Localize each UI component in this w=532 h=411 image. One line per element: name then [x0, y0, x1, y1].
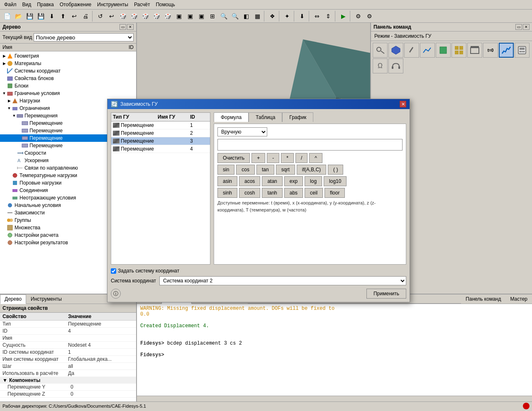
bc-row-id: 2	[190, 130, 203, 136]
btn-minus[interactable]: -	[267, 153, 279, 163]
btn-log[interactable]: log	[305, 176, 322, 186]
dialog-footer: Задать систему координат Система координ…	[111, 268, 406, 299]
btn-acos[interactable]: acos	[239, 176, 260, 186]
bc-row-icon	[113, 131, 120, 136]
btn-floor[interactable]: floor	[325, 188, 345, 198]
bc-row-type: Перемещение	[113, 122, 154, 128]
formula-btns-row3: asin acos atan exp log log10	[217, 176, 403, 186]
apply-button[interactable]: Применить	[366, 289, 406, 299]
coord-sys-row: Система координат Система координат 2	[111, 276, 406, 285]
available-vars: Доступные переменные: t (время), x (x-ко…	[217, 199, 403, 213]
btn-parens[interactable]: ( )	[328, 165, 343, 175]
info-button[interactable]: ⓘ	[111, 289, 121, 299]
bc-row-type: Перемещение	[113, 130, 154, 136]
btn-clear[interactable]: Очистить	[217, 153, 250, 163]
modal-icon: 🔄	[111, 101, 118, 107]
btn-log10[interactable]: log10	[324, 176, 347, 186]
btn-sqrt[interactable]: sqrt	[276, 165, 295, 175]
dialog-tab-graph[interactable]: График	[282, 112, 313, 122]
formula-dropdown-row: Вручную	[217, 127, 403, 136]
bc-table-header: Тип ГУ Имя ГУ ID	[111, 113, 210, 122]
bc-row-icon	[113, 123, 120, 128]
dialog-tab-table[interactable]: Таблица	[249, 112, 282, 122]
bc-row-id: 4	[190, 146, 203, 152]
btn-cosh[interactable]: cosh	[239, 188, 260, 198]
dialog-content: Вручную Очистить + - * / ^	[214, 124, 406, 265]
formula-btns-row1: Очистить + - * / ^	[217, 153, 403, 163]
bc-row-icon	[113, 146, 120, 151]
formula-btns-row2: sin cos tan sqrt if(A,B,C) ( )	[217, 165, 403, 175]
modal-dialog: 🔄 Зависимость ГУ ✕ Тип ГУ Имя ГУ ID	[107, 99, 410, 302]
bc-col-name-header: Имя ГУ	[158, 114, 187, 120]
bc-row-icon	[113, 139, 120, 143]
btn-atan[interactable]: atan	[262, 176, 282, 186]
btn-ifabc[interactable]: if(A,B,C)	[297, 165, 326, 175]
checkbox-label: Задать систему координат	[118, 268, 179, 274]
coord-sys-select[interactable]: Система координат 2	[159, 276, 406, 285]
modal-title: Зависимость ГУ	[120, 101, 158, 107]
formula-mode-select[interactable]: Вручную	[217, 127, 267, 136]
checkbox-row: Задать систему координат	[111, 268, 406, 274]
modal-overlay: 🔄 Зависимость ГУ ✕ Тип ГУ Имя ГУ ID	[0, 0, 532, 410]
formula-input[interactable]	[217, 139, 403, 151]
btn-multiply[interactable]: *	[281, 153, 294, 163]
btn-asin[interactable]: asin	[217, 176, 237, 186]
dialog-tab-formula[interactable]: Формула	[214, 112, 249, 122]
btn-sinh[interactable]: sinh	[217, 188, 237, 198]
btn-plus[interactable]: +	[251, 153, 265, 163]
dialog-tabs: Формула Таблица График	[214, 112, 406, 122]
bc-row-type: Перемещение	[113, 138, 154, 144]
bc-col-id-header: ID	[190, 114, 203, 120]
bc-col-type-header: Тип ГУ	[113, 114, 154, 120]
bc-row-3[interactable]: Перемещение 3	[111, 137, 210, 145]
modal-body: Тип ГУ Имя ГУ ID Перемещение 1	[107, 109, 410, 302]
bc-row-2[interactable]: Перемещение 2	[111, 129, 210, 137]
set-coord-sys-checkbox[interactable]	[111, 268, 116, 274]
modal-close-btn[interactable]: ✕	[400, 101, 406, 107]
btn-abs[interactable]: abs	[284, 188, 303, 198]
bc-row-1[interactable]: Перемещение 1	[111, 122, 210, 129]
btn-exp[interactable]: exp	[284, 176, 303, 186]
formula-btns-row4: sinh cosh tanh abs ceil floor	[217, 188, 403, 198]
btn-power[interactable]: ^	[309, 153, 322, 163]
bc-row-id: 3	[190, 138, 203, 144]
btn-sin[interactable]: sin	[217, 165, 234, 175]
modal-titlebar: 🔄 Зависимость ГУ ✕	[107, 99, 410, 109]
btn-tanh[interactable]: tanh	[262, 188, 282, 198]
bc-row-4[interactable]: Перемещение 4	[111, 145, 210, 153]
btn-ceil[interactable]: ceil	[305, 188, 323, 198]
bc-row-id: 1	[190, 122, 203, 128]
btn-tan[interactable]: tan	[256, 165, 274, 175]
bc-table: Тип ГУ Имя ГУ ID Перемещение 1	[111, 112, 210, 265]
bc-row-type: Перемещение	[113, 146, 154, 152]
btn-cos[interactable]: cos	[236, 165, 255, 175]
btn-divide[interactable]: /	[295, 153, 307, 163]
coord-sys-label: Система координат	[111, 278, 156, 284]
